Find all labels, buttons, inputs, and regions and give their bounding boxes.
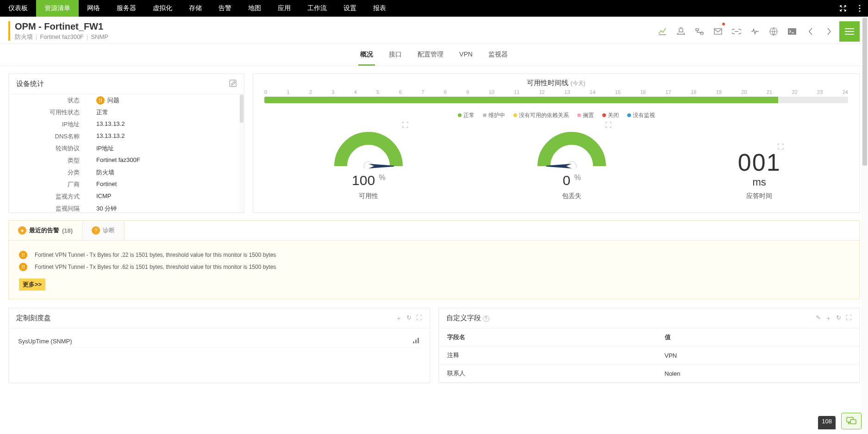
tab-配置管理[interactable]: 配置管理 — [416, 50, 445, 66]
legend-item: 没有监视 — [627, 112, 655, 119]
fullscreen-icon[interactable]: ⛶ — [846, 314, 852, 322]
expand-icon[interactable]: ⛶ — [605, 121, 612, 129]
stat-row: 厂商Fortinet — [9, 179, 244, 191]
globe-icon[interactable] — [765, 23, 782, 40]
nav-告警[interactable]: 告警 — [210, 0, 240, 17]
terminal-icon[interactable] — [784, 23, 800, 40]
response-time: ⛶ 001 ms 应答时间 — [738, 149, 781, 200]
stat-row: 分类防火墙 — [9, 167, 244, 179]
tab-概况[interactable]: 概况 — [358, 50, 375, 66]
table-row: 注释VPN — [439, 347, 860, 365]
page-header: OPM - Fortinet_FW1 防火墙|Fortinet faz300F|… — [0, 17, 868, 44]
custom-dial-panel: 定制刻度盘 ＋ ↻ ⛶ SysUpTime (SNMP) — [8, 308, 430, 383]
tab-recent-alerts[interactable]: ● 最近的告警 (18) — [9, 221, 82, 240]
nav-工作流[interactable]: 工作流 — [299, 0, 335, 17]
add-icon[interactable]: ＋ — [825, 314, 831, 322]
nav-存储[interactable]: 存储 — [181, 0, 210, 17]
availability-title: 可用性时间线 (今天) — [253, 74, 859, 89]
gauge-availability: ⛶ 100 % 可用性 — [331, 127, 406, 200]
expand-icon[interactable]: ⛶ — [777, 143, 784, 150]
svg-point-1 — [859, 7, 860, 9]
device-stats-title: 设备统计 — [16, 80, 44, 88]
svg-point-2 — [859, 10, 860, 12]
top-nav: 仪表板资源清单网络服务器虚拟化存储告警地图应用工作流设置报表 — [0, 0, 868, 17]
availability-panel: 可用性时间线 (今天) 0123456789101112131415161718… — [253, 74, 860, 213]
kebab-menu-icon[interactable] — [851, 0, 868, 17]
stat-row: 状态!!问题 — [9, 94, 244, 106]
table-row: 联系人Nolen — [439, 365, 860, 383]
expand-icon[interactable]: ⛶ — [402, 121, 408, 129]
more-button[interactable]: 更多>> — [19, 279, 45, 291]
bars-icon — [413, 338, 420, 345]
alert-line[interactable]: !!Fortinet VPN Tunnel - Tx Bytes for .62… — [19, 261, 849, 273]
alerts-panel: ● 最近的告警 (18) ? 诊断 !!Fortinet VPN Tunnel … — [8, 220, 860, 299]
edit-icon[interactable] — [229, 80, 237, 88]
chart-icon[interactable] — [654, 23, 671, 40]
nav-报表[interactable]: 报表 — [365, 0, 394, 17]
page-scrollbar[interactable] — [862, 17, 868, 391]
timeline-bar — [264, 97, 848, 103]
legend-item: 正常 — [458, 112, 475, 119]
mail-icon[interactable] — [710, 23, 726, 40]
nav-地图[interactable]: 地图 — [240, 0, 269, 17]
bell-icon: ● — [18, 226, 26, 235]
nav-设置[interactable]: 设置 — [335, 0, 365, 17]
menu-toggle[interactable] — [839, 21, 860, 42]
stat-row: 监视间隔30 分钟 — [9, 203, 244, 212]
link-icon[interactable] — [728, 23, 745, 40]
pulse-icon[interactable] — [747, 23, 763, 40]
col-value: 值 — [656, 329, 860, 347]
stat-row: IP地址13.13.13.2 — [9, 118, 244, 130]
svg-rect-5 — [714, 29, 722, 34]
timeline-legend: 正常维护中没有可用的依赖关系搁置关闭没有监视 — [253, 112, 859, 119]
tab-VPN[interactable]: VPN — [457, 50, 475, 66]
stat-row: 可用性状态正常 — [9, 106, 244, 118]
gauge-packet-loss: ⛶ 0 % 包丢失 — [535, 127, 609, 200]
stat-row: 监视方式ICMP — [9, 191, 244, 203]
diag-icon: ? — [92, 226, 100, 235]
nav-应用[interactable]: 应用 — [269, 0, 299, 17]
accent-bar — [8, 21, 10, 41]
add-icon[interactable]: ＋ — [396, 314, 402, 322]
dial-item[interactable]: SysUpTime (SNMP) — [18, 335, 420, 348]
legend-item: 搁置 — [577, 112, 594, 119]
custom-fields-panel: 自定义字段? ✎ ＋ ↻ ⛶ 字段名 值 注释VPN联系人Nolen — [438, 308, 860, 383]
page-title: OPM - Fortinet_FW1 — [15, 21, 108, 32]
sub-tabs: 概况接口配置管理VPN监视器 — [0, 44, 868, 66]
nav-虚拟化[interactable]: 虚拟化 — [144, 0, 181, 17]
svg-rect-15 — [418, 338, 419, 343]
network-icon[interactable] — [691, 23, 708, 40]
legend-item: 维护中 — [483, 112, 505, 119]
next-button[interactable] — [821, 23, 837, 40]
scrollbar[interactable] — [239, 94, 244, 212]
edit-icon[interactable]: ✎ — [816, 314, 821, 322]
col-name: 字段名 — [439, 329, 656, 347]
timeline-hours: 0123456789101112131415161718192021222324 — [264, 89, 848, 95]
help-icon[interactable]: ? — [483, 316, 489, 322]
nav-网络[interactable]: 网络 — [79, 0, 108, 17]
tab-接口[interactable]: 接口 — [387, 50, 404, 66]
alarm-icon[interactable] — [673, 23, 689, 40]
custom-dial-title: 定制刻度盘 — [16, 314, 51, 322]
refresh-icon[interactable]: ↻ — [406, 314, 412, 322]
fullscreen-icon[interactable]: ⛶ — [416, 314, 422, 322]
svg-rect-8 — [230, 80, 236, 87]
device-stats-panel: 设备统计 状态!!问题可用性状态正常IP地址13.13.13.2DNS名称13.… — [8, 74, 244, 213]
stat-row: DNS名称13.13.13.2 — [9, 130, 244, 143]
breadcrumb: 防火墙|Fortinet faz300F|SNMP — [15, 33, 108, 41]
nav-服务器[interactable]: 服务器 — [108, 0, 144, 17]
nav-资源清单[interactable]: 资源清单 — [36, 0, 79, 17]
tab-diagnosis[interactable]: ? 诊断 — [82, 221, 125, 240]
tab-监视器[interactable]: 监视器 — [487, 50, 510, 66]
alert-line[interactable]: !!Fortinet VPN Tunnel - Tx Bytes for .22… — [19, 249, 849, 261]
header-actions — [654, 21, 860, 42]
svg-rect-13 — [413, 341, 414, 343]
refresh-icon[interactable]: ↻ — [836, 314, 841, 322]
collapse-icon[interactable] — [835, 0, 851, 17]
svg-rect-7 — [788, 28, 796, 35]
svg-rect-14 — [415, 340, 417, 343]
prev-button[interactable] — [802, 23, 819, 40]
legend-item: 关闭 — [602, 112, 619, 119]
legend-item: 没有可用的依赖关系 — [513, 112, 569, 119]
nav-仪表板[interactable]: 仪表板 — [0, 0, 36, 17]
